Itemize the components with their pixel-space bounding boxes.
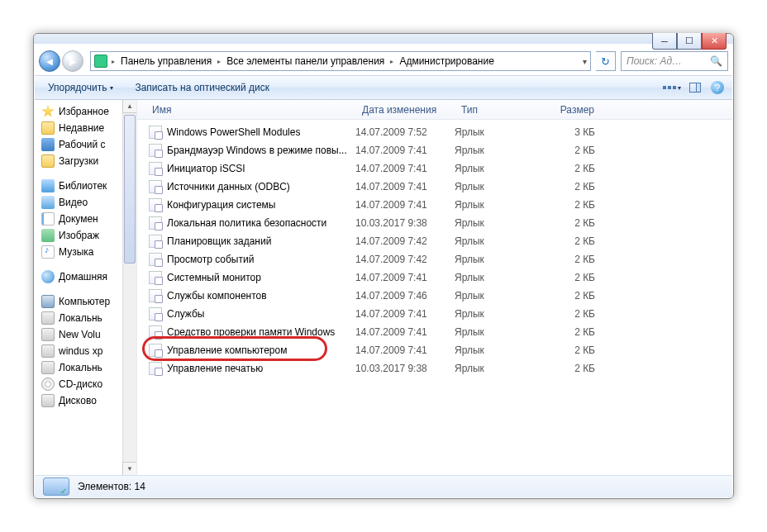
- file-type: Ярлык: [455, 217, 545, 229]
- file-row[interactable]: Инициатор iSCSI14.07.2009 7:41Ярлык2 КБ: [137, 159, 732, 178]
- file-row[interactable]: Системный монитор14.07.2009 7:41Ярлык2 К…: [137, 268, 732, 287]
- file-type: Ярлык: [455, 308, 545, 320]
- breadcrumb-segment[interactable]: Панель управления: [119, 55, 213, 67]
- file-row[interactable]: Брандмауэр Windows в режиме повы...14.07…: [137, 141, 732, 159]
- refresh-button[interactable]: ↻: [596, 51, 616, 71]
- address-bar[interactable]: ▸ Панель управления ▸ Все элементы панел…: [90, 51, 591, 71]
- folder-icon: [41, 154, 55, 168]
- search-input[interactable]: Поиск: Ад… 🔍: [621, 51, 728, 71]
- file-row[interactable]: Управление печатью10.03.2017 9:38Ярлык2 …: [137, 359, 732, 378]
- homegroup-icon: [41, 270, 55, 283]
- shortcut-icon: [149, 198, 162, 211]
- file-size: 2 КБ: [545, 217, 612, 229]
- file-row[interactable]: Windows PowerShell Modules14.07.2009 7:5…: [137, 123, 732, 141]
- maximize-button[interactable]: ☐: [677, 33, 702, 50]
- file-size: 2 КБ: [545, 290, 612, 302]
- file-row[interactable]: Конфигурация системы14.07.2009 7:41Ярлык…: [137, 196, 732, 214]
- file-name: Просмотр событий: [167, 254, 355, 265]
- sidebar-item-downloads[interactable]: Загрузки: [35, 153, 136, 169]
- sidebar-item-recent[interactable]: Недавние: [35, 120, 136, 136]
- file-type: Ярлык: [455, 326, 545, 338]
- chevron-right-icon[interactable]: ▸: [109, 58, 117, 65]
- scrollbar-thumb[interactable]: [124, 115, 136, 264]
- sidebar-item-videos[interactable]: Видео: [35, 194, 136, 211]
- cd-icon: [41, 378, 55, 391]
- status-icon: [43, 477, 69, 496]
- file-type: Ярлык: [455, 145, 545, 156]
- sidebar-item-libraries[interactable]: Библиотек: [35, 178, 136, 194]
- shortcut-icon: [149, 180, 162, 193]
- folder-icon: [41, 121, 55, 135]
- chevron-right-icon[interactable]: ▸: [215, 58, 223, 65]
- back-button[interactable]: ◄: [39, 50, 60, 72]
- scroll-up-icon[interactable]: ▲: [122, 100, 137, 113]
- column-date[interactable]: Дата изменения: [355, 104, 455, 116]
- file-list: Имя Дата изменения Тип Размер Windows Po…: [137, 100, 732, 475]
- file-size: 2 КБ: [545, 344, 612, 356]
- scroll-down-icon[interactable]: ▼: [122, 462, 137, 475]
- file-row[interactable]: Источники данных (ODBC)14.07.2009 7:41Яр…: [137, 178, 732, 196]
- video-icon: [41, 196, 55, 209]
- sidebar-item-favorites[interactable]: Избранное: [35, 103, 136, 120]
- sidebar-scrollbar[interactable]: ▲ ▼: [122, 100, 136, 475]
- sidebar-item-local-disk[interactable]: Локальнь: [35, 310, 136, 326]
- organize-button[interactable]: Упорядочить▾: [43, 79, 118, 96]
- file-row[interactable]: Службы компонентов14.07.2009 7:46Ярлык2 …: [137, 287, 732, 305]
- column-size[interactable]: Размер: [545, 104, 612, 116]
- file-date: 14.07.2009 7:41: [355, 163, 455, 174]
- dropdown-chevron-icon[interactable]: ▾: [583, 57, 587, 66]
- drive-icon: [41, 361, 55, 374]
- burn-disc-button[interactable]: Записать на оптический диск: [130, 79, 274, 96]
- help-button[interactable]: ?: [711, 81, 724, 94]
- file-date: 14.07.2009 7:41: [355, 344, 455, 356]
- column-type[interactable]: Тип: [455, 104, 545, 116]
- drive-icon: [41, 328, 55, 341]
- preview-pane-button[interactable]: [688, 82, 703, 93]
- sidebar-item-documents[interactable]: Докумен: [35, 211, 136, 227]
- sidebar-item-local-disk-2[interactable]: Локальнь: [35, 359, 136, 376]
- file-row[interactable]: Просмотр событий14.07.2009 7:42Ярлык2 КБ: [137, 250, 732, 268]
- file-name: Инициатор iSCSI: [167, 163, 355, 174]
- titlebar[interactable]: [34, 34, 733, 44]
- file-date: 10.03.2017 9:38: [355, 217, 455, 229]
- sidebar-item-desktop[interactable]: Рабочий с: [35, 136, 136, 153]
- file-row[interactable]: Средство проверки памяти Windows14.07.20…: [137, 323, 732, 341]
- sidebar-item-computer[interactable]: Компьютер: [35, 293, 136, 310]
- document-icon: [41, 212, 55, 226]
- close-button[interactable]: ✕: [702, 33, 727, 50]
- file-row[interactable]: Планировщик заданий14.07.2009 7:42Ярлык2…: [137, 232, 732, 250]
- drive-icon: [41, 311, 55, 325]
- view-options-button[interactable]: ▾: [665, 82, 679, 93]
- shortcut-icon: [149, 271, 162, 284]
- file-type: Ярлык: [455, 254, 545, 265]
- file-type: Ярлык: [455, 344, 545, 356]
- file-type: Ярлык: [455, 235, 545, 247]
- file-name: Управление компьютером: [167, 344, 355, 356]
- sidebar-item-music[interactable]: Музыка: [35, 244, 136, 260]
- sidebar-item-pictures[interactable]: Изображ: [35, 227, 136, 244]
- file-row[interactable]: Управление компьютером14.07.2009 7:41Ярл…: [137, 341, 732, 359]
- breadcrumb-segment[interactable]: Все элементы панели управления: [225, 55, 386, 67]
- shortcut-icon: [149, 307, 162, 321]
- file-date: 14.07.2009 7:46: [355, 290, 455, 302]
- status-text: Элементов: 14: [78, 481, 145, 492]
- forward-button[interactable]: ►: [62, 50, 83, 72]
- file-row[interactable]: Локальная политика безопасности10.03.201…: [137, 214, 732, 232]
- sidebar-item-cd-drive[interactable]: CD-диско: [35, 376, 136, 392]
- file-size: 3 КБ: [545, 126, 612, 138]
- chevron-right-icon[interactable]: ▸: [388, 58, 396, 65]
- sidebar-item-new-volume[interactable]: New Volu: [35, 326, 136, 343]
- file-date: 14.07.2009 7:42: [355, 235, 455, 247]
- minimize-button[interactable]: ─: [652, 33, 677, 50]
- sidebar-item-windus-xp[interactable]: windus xp: [35, 343, 136, 359]
- sidebar-item-floppy[interactable]: Дисково: [35, 392, 136, 409]
- file-type: Ярлык: [455, 290, 545, 302]
- breadcrumb-segment[interactable]: Администрирование: [398, 55, 495, 67]
- file-row[interactable]: Службы14.07.2009 7:41Ярлык2 КБ: [137, 305, 732, 323]
- file-size: 2 КБ: [545, 181, 612, 192]
- star-icon: [41, 105, 55, 118]
- chevron-down-icon: ▾: [678, 84, 681, 92]
- file-date: 14.07.2009 7:41: [355, 145, 455, 156]
- column-name[interactable]: Имя: [137, 104, 355, 116]
- sidebar-item-homegroup[interactable]: Домашняя: [35, 268, 136, 285]
